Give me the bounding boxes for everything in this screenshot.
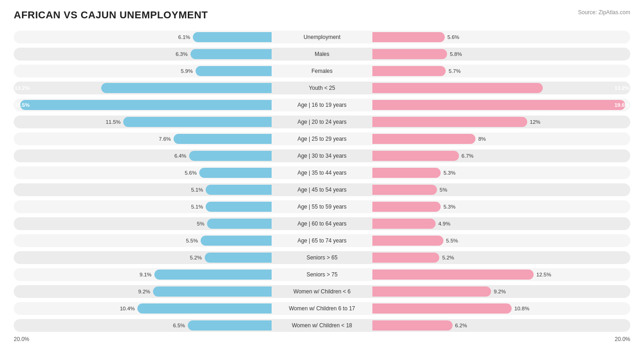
chart-row: 6.4% Age | 30 to 34 years 6.7% <box>14 148 630 164</box>
chart-row: 6.5% Women w/ Children < 18 6.2% <box>14 318 630 333</box>
chart-row: 19.5% Age | 16 to 19 years 19.6% <box>14 97 630 113</box>
x-axis: 20.0% 20.0% <box>14 336 630 342</box>
x-axis-left: 20.0% <box>14 336 29 342</box>
chart-row: 11.5% Age | 20 to 24 years 12% <box>14 114 630 130</box>
chart-row: 5.9% Females 5.7% <box>14 63 630 79</box>
chart-row: 5.5% Age | 65 to 74 years 5.5% <box>14 233 630 248</box>
chart-row: 5% Age | 60 to 64 years 4.9% <box>14 216 630 231</box>
chart-row: 5.2% Seniors > 65 5.2% <box>14 250 630 265</box>
chart-row: 5.1% Age | 55 to 59 years 5.3% <box>14 199 630 215</box>
chart-header: AFRICAN VS CAJUN UNEMPLOYMENT Source: Zi… <box>14 9 630 21</box>
chart-row: 5.1% Age | 45 to 54 years 5% <box>14 182 630 198</box>
chart-row: 9.2% Women w/ Children < 6 9.2% <box>14 284 630 299</box>
chart-container: AFRICAN VS CAJUN UNEMPLOYMENT Source: Zi… <box>0 0 644 347</box>
chart-row: 13.2% Youth < 25 13.2% <box>14 80 630 96</box>
chart-row: 5.6% Age | 35 to 44 years 5.3% <box>14 165 630 181</box>
chart-rows-area: 6.1% Unemployment 5.6% <box>14 29 630 333</box>
chart-title: AFRICAN VS CAJUN UNEMPLOYMENT <box>14 9 208 21</box>
chart-row: 6.3% Males 5.8% <box>14 46 630 62</box>
chart-row: 10.4% Women w/ Children 6 to 17 10.8% <box>14 301 630 316</box>
chart-row: 9.1% Seniors > 75 12.5% <box>14 267 630 282</box>
chart-source: Source: ZipAtlas.com <box>578 9 630 16</box>
chart-row: 7.6% Age | 25 to 29 years 8% <box>14 131 630 147</box>
chart-row: 6.1% Unemployment 5.6% <box>14 29 630 45</box>
x-axis-right: 20.0% <box>615 336 630 342</box>
